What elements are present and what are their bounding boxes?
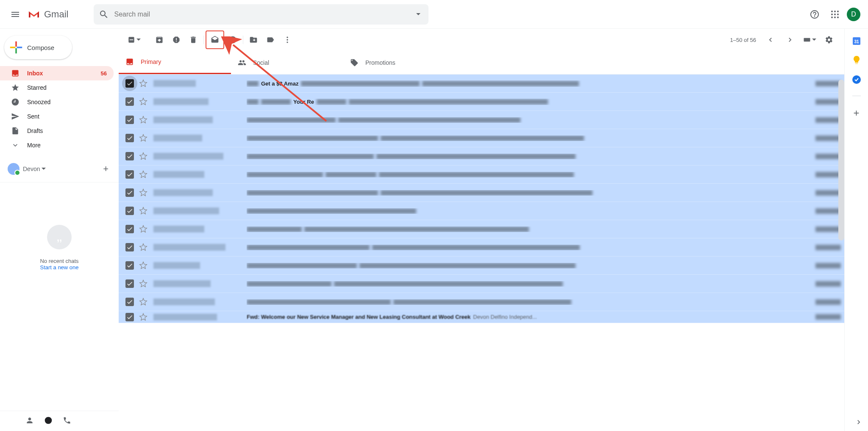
row-star[interactable] <box>139 79 147 88</box>
delete-button[interactable] <box>185 31 202 48</box>
row-star[interactable] <box>139 97 147 106</box>
row-star[interactable] <box>139 298 147 306</box>
hangouts-tab[interactable] <box>44 416 53 426</box>
svg-point-14 <box>287 41 288 43</box>
mail-row[interactable] <box>119 184 844 202</box>
sidebar-item-sent[interactable]: Sent <box>0 109 114 124</box>
tab-primary[interactable]: Primary <box>119 51 231 74</box>
search-icon[interactable] <box>94 9 114 19</box>
primary-tab-icon <box>125 58 134 66</box>
sidebar-item-inbox[interactable]: Inbox 56 <box>0 66 114 80</box>
mail-row[interactable] <box>119 220 844 238</box>
row-checkbox[interactable] <box>125 97 134 106</box>
input-tools-button[interactable] <box>801 31 818 48</box>
sidebar-item-starred[interactable]: Starred <box>0 80 114 95</box>
sidebar-item-drafts[interactable]: Drafts <box>0 124 114 138</box>
account-avatar[interactable]: D <box>847 8 860 21</box>
row-star[interactable] <box>139 243 147 251</box>
header: Gmail D <box>0 0 868 29</box>
row-star[interactable] <box>139 170 147 179</box>
gmail-logo[interactable]: Gmail <box>27 9 68 20</box>
row-checkbox[interactable] <box>125 243 134 251</box>
hamburger-icon <box>10 9 20 19</box>
promotions-tab-icon <box>350 58 359 67</box>
row-checkbox[interactable] <box>125 225 134 233</box>
row-checkbox[interactable] <box>125 152 134 160</box>
scrollbar[interactable] <box>838 80 844 240</box>
search-bar[interactable] <box>94 4 428 25</box>
row-checkbox[interactable] <box>125 170 134 179</box>
mail-row[interactable] <box>119 238 844 257</box>
sidebar-item-more[interactable]: More <box>0 138 114 152</box>
row-star[interactable] <box>139 261 147 270</box>
no-chat-placeholder: ,, No recent chats Start a new one <box>0 225 119 271</box>
tasks-addon[interactable] <box>851 75 862 85</box>
tab-label: Primary <box>141 58 161 65</box>
main-menu-button[interactable] <box>5 4 25 25</box>
mail-row[interactable] <box>119 147 844 166</box>
report-spam-button[interactable] <box>168 31 185 48</box>
more-actions-button[interactable] <box>279 31 296 48</box>
row-star[interactable] <box>139 279 147 288</box>
mail-row[interactable]: Get a $3 Amaz <box>119 75 844 93</box>
search-options-button[interactable] <box>408 11 428 17</box>
mail-row[interactable] <box>119 129 844 147</box>
mail-row[interactable] <box>119 275 844 293</box>
row-star[interactable] <box>139 152 147 160</box>
row-star[interactable] <box>139 207 147 215</box>
phone-tab[interactable] <box>63 416 71 426</box>
row-sender <box>153 98 242 105</box>
settings-button[interactable] <box>821 31 837 48</box>
mail-row[interactable] <box>119 257 844 275</box>
inbox-count: 56 <box>101 70 107 77</box>
expand-icon <box>11 141 19 149</box>
tab-promotions[interactable]: Promotions <box>343 51 456 74</box>
tab-social[interactable]: Social <box>231 51 343 74</box>
mail-row[interactable] <box>119 202 844 220</box>
row-star[interactable] <box>139 313 147 321</box>
next-page-button[interactable] <box>782 31 798 48</box>
mail-row[interactable]: Fwd: Welcome our New Service Manager and… <box>119 311 844 323</box>
svg-rect-11 <box>130 39 133 40</box>
apps-button[interactable] <box>826 6 843 23</box>
support-button[interactable] <box>806 6 823 23</box>
side-panel-toggle[interactable] <box>854 418 863 428</box>
keep-addon[interactable] <box>851 55 862 65</box>
row-checkbox[interactable] <box>125 279 134 288</box>
row-checkbox[interactable] <box>125 313 134 321</box>
row-star[interactable] <box>139 134 147 142</box>
prev-page-button[interactable] <box>762 31 779 48</box>
star-icon <box>11 83 19 92</box>
mail-row[interactable] <box>119 293 844 311</box>
contacts-tab[interactable] <box>25 416 34 426</box>
search-input[interactable] <box>114 11 408 18</box>
calendar-addon[interactable]: 31 <box>851 36 862 46</box>
row-checkbox[interactable] <box>125 298 134 306</box>
select-all-button[interactable] <box>125 31 142 48</box>
compose-button[interactable]: Compose <box>4 36 72 59</box>
row-checkbox[interactable] <box>125 188 134 197</box>
row-checkbox[interactable] <box>125 207 134 215</box>
mail-row[interactable] <box>119 111 844 129</box>
mail-list[interactable]: Get a $3 Amaz Your Re <box>119 75 844 405</box>
get-addons-button[interactable]: + <box>853 107 859 119</box>
row-star[interactable] <box>139 116 147 124</box>
labels-button[interactable] <box>262 31 279 48</box>
new-chat-button[interactable]: + <box>100 162 112 176</box>
start-chat-link[interactable]: Start a new one <box>0 264 119 271</box>
mark-as-read-button[interactable] <box>206 30 224 49</box>
row-star[interactable] <box>139 225 147 233</box>
mail-row[interactable]: Your Re <box>119 93 844 111</box>
row-checkbox[interactable] <box>125 134 134 142</box>
archive-button[interactable] <box>151 31 168 48</box>
sidebar-item-snoozed[interactable]: Snoozed <box>0 95 114 109</box>
user-avatar-icon <box>7 162 20 176</box>
move-to-button[interactable] <box>245 31 262 48</box>
snooze-button[interactable] <box>224 31 241 48</box>
row-checkbox[interactable] <box>125 116 134 124</box>
hangouts-user[interactable]: Devon + <box>0 159 119 179</box>
svg-point-13 <box>287 39 288 40</box>
row-checkbox[interactable] <box>125 261 134 270</box>
row-star[interactable] <box>139 188 147 197</box>
mail-row[interactable] <box>119 166 844 184</box>
